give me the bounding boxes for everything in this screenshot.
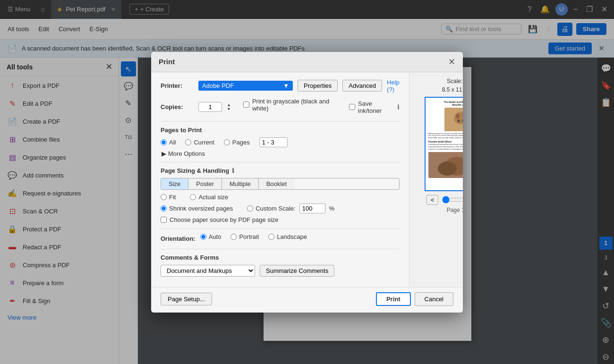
save-ink-checkbox[interactable]	[349, 104, 355, 110]
custom-scale-input[interactable]	[299, 203, 325, 213]
pages-to-print-header: Pages to Print	[161, 127, 400, 134]
summarize-button[interactable]: Summarize Comments	[260, 265, 334, 277]
mini-body-text: Nothing compares to the joy of coming ho…	[428, 133, 463, 140]
radio-actual-size[interactable]	[190, 194, 196, 200]
advanced-button[interactable]: Advanced	[342, 80, 382, 92]
divider-1	[161, 121, 400, 122]
radio-portrait-label[interactable]: Portrait	[230, 233, 259, 240]
grayscale-checkbox[interactable]	[243, 102, 249, 108]
page-sizing-header: Page Sizing & Handling ℹ	[161, 167, 400, 174]
radio-landscape-label[interactable]: Landscape	[268, 233, 307, 240]
sizing-info-icon: ℹ	[232, 167, 234, 174]
radio-current[interactable]	[185, 139, 191, 145]
print-dialog-overlay: Print ✕ Printer: Adobe PDF ▼ Properties …	[0, 0, 614, 364]
dialog-title: Print	[159, 58, 175, 66]
svg-point-2	[456, 114, 460, 119]
divider-4	[161, 249, 400, 249]
radio-auto-label[interactable]: Auto	[200, 233, 222, 240]
mini-dog-image	[428, 152, 463, 178]
dialog-left: Printer: Adobe PDF ▼ Properties Advanced…	[151, 72, 409, 287]
comments-select[interactable]: Document and Markups	[161, 265, 255, 277]
radio-custom-scale-label[interactable]: Custom Scale:	[247, 205, 296, 212]
copies-info-icon: ℹ	[397, 103, 400, 110]
custom-scale-row: Custom Scale: %	[247, 203, 334, 213]
radio-auto[interactable]	[200, 234, 206, 240]
copies-row: Copies: ▲ ▼ Print in grayscale (black an…	[161, 98, 400, 117]
copies-label: Copies:	[161, 103, 194, 110]
page-slider[interactable]	[442, 196, 463, 203]
print-button-dialog[interactable]: Print	[376, 292, 411, 306]
radio-shrink-label[interactable]: Shrink oversized pages	[161, 203, 233, 213]
properties-button[interactable]: Properties	[298, 80, 338, 92]
dialog-right-preview: Scale: 94% 8.5 x 11 Inches The Health an…	[409, 72, 463, 287]
radio-all[interactable]	[161, 139, 167, 145]
orientation-radios: Auto Portrait Landscape	[200, 233, 307, 240]
print-dialog: Print ✕ Printer: Adobe PDF ▼ Properties …	[151, 52, 463, 313]
choose-paper-checkbox[interactable]	[161, 217, 167, 223]
sizing-radios: Fit Actual size	[161, 194, 400, 201]
sizing-btn-group: Size Poster Multiple Booklet	[161, 178, 400, 190]
mini-pdf-title: The Health and Mood-BoostingBenefits of …	[428, 101, 463, 106]
mini-cat-image	[444, 108, 463, 131]
help-circle-icon: (?)	[387, 86, 394, 93]
pages-radio-group: All Current Pages	[161, 137, 400, 147]
page-indicator: Page 1 of 3	[447, 207, 463, 213]
divider-2	[161, 162, 400, 162]
radio-fit-label[interactable]: Fit	[161, 194, 176, 201]
radio-all-label[interactable]: All	[161, 139, 176, 146]
mini-pdf-content: The Health and Mood-BoostingBenefits of …	[426, 98, 463, 190]
footer-right: Print Cancel	[376, 292, 453, 306]
dialog-close-button[interactable]: ✕	[448, 57, 455, 67]
choose-paper-label[interactable]: Choose paper source by PDF page size	[161, 216, 400, 223]
mini-section-label: Possible Health Effects	[428, 141, 463, 143]
radio-custom-scale[interactable]	[247, 205, 253, 212]
copies-spinner: ▲ ▼	[227, 103, 231, 111]
radio-pages-label[interactable]: Pages	[224, 139, 250, 146]
mini-body-text-2: Interacting with animals has been shown …	[428, 144, 463, 151]
poster-button[interactable]: Poster	[188, 178, 222, 189]
svg-point-4	[457, 119, 460, 122]
preview-prev-button[interactable]: <	[426, 195, 439, 205]
radio-pages[interactable]	[224, 139, 230, 145]
cancel-button-dialog[interactable]: Cancel	[415, 292, 453, 306]
radio-fit[interactable]	[161, 194, 167, 200]
grayscale-label[interactable]: Print in grayscale (black and white)	[243, 98, 337, 112]
dropdown-icon: ▼	[283, 82, 289, 89]
save-ink-label[interactable]: Save ink/toner	[349, 100, 392, 114]
radio-actual-size-label[interactable]: Actual size	[190, 194, 228, 201]
printer-label: Printer:	[161, 82, 194, 89]
more-options[interactable]: ▶ More Options	[162, 150, 400, 157]
multiple-button[interactable]: Multiple	[222, 178, 259, 189]
page-setup-button[interactable]: Page Setup...	[161, 293, 212, 305]
comments-row: Document and Markups Summarize Comments	[161, 265, 400, 277]
printer-row: Printer: Adobe PDF ▼ Properties Advanced…	[161, 79, 400, 93]
preview-navigation: < >	[426, 195, 463, 205]
radio-current-label[interactable]: Current	[185, 139, 214, 146]
spin-down-button[interactable]: ▼	[227, 107, 231, 111]
copies-input[interactable]	[198, 102, 222, 112]
scale-label: Scale: 94%	[447, 78, 463, 85]
paper-size-label: 8.5 x 11 Inches	[442, 86, 463, 93]
svg-point-8	[438, 161, 457, 176]
radio-shrink[interactable]	[161, 205, 167, 212]
orientation-row: Orientation: Auto Portrait Landscape	[161, 233, 400, 244]
orientation-label: Orientation:	[161, 235, 196, 242]
sizing-radios-2: Shrink oversized pages Custom Scale: %	[161, 203, 400, 213]
dialog-footer: Page Setup... Print Cancel	[151, 287, 463, 313]
radio-landscape[interactable]	[268, 234, 274, 240]
help-link[interactable]: Help (?)	[387, 79, 400, 93]
comments-header: Comments & Forms	[161, 254, 400, 261]
divider-3	[161, 228, 400, 229]
printer-value: Adobe PDF	[202, 82, 234, 89]
dialog-inner: Printer: Adobe PDF ▼ Properties Advanced…	[151, 72, 463, 287]
radio-portrait[interactable]	[230, 234, 237, 240]
booklet-button[interactable]: Booklet	[259, 178, 294, 189]
printer-select-wrapper[interactable]: Adobe PDF ▼	[198, 81, 293, 91]
dialog-titlebar: Print ✕	[151, 52, 463, 72]
page-preview: The Health and Mood-BoostingBenefits of …	[425, 97, 463, 191]
pages-range-input[interactable]	[259, 137, 288, 147]
size-button[interactable]: Size	[161, 178, 188, 189]
triangle-icon: ▶	[162, 150, 166, 157]
